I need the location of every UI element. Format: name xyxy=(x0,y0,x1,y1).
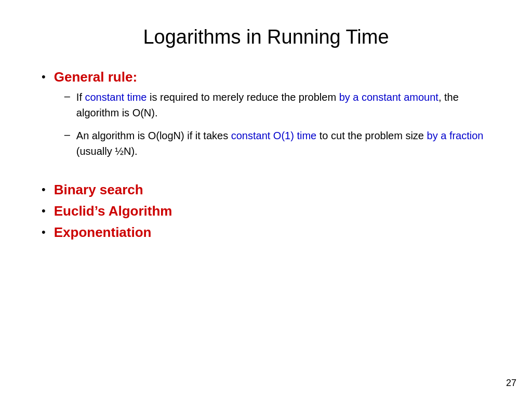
constant-o1-time-text: constant O(1) time xyxy=(231,130,317,141)
bullet-general-rule-content: General rule: – If constant time is requ… xyxy=(54,69,490,166)
slide: Logarithms in Running Time • General rul… xyxy=(0,0,532,399)
main-bullets-section: • Binary search • Euclid’s Algorithm • E… xyxy=(42,182,490,241)
sub-bullet-2: – An algorithm is O(logN) if it takes co… xyxy=(64,128,490,159)
constant-time-text: constant time xyxy=(85,91,147,103)
slide-content: • General rule: – If constant time is re… xyxy=(42,69,490,241)
euclids-algorithm-label: Euclid’s Algorithm xyxy=(54,203,172,219)
exponentiation-label: Exponentiation xyxy=(54,224,152,241)
sub-bullets: – If constant time is required to merely… xyxy=(64,89,490,159)
slide-title: Logarithms in Running Time xyxy=(42,26,490,48)
bullet-dot-1: • xyxy=(42,70,46,84)
bullet-euclids-algorithm: • Euclid’s Algorithm xyxy=(42,203,490,219)
general-rule-label: General rule: xyxy=(54,69,137,85)
bullet-binary-search: • Binary search xyxy=(42,182,490,198)
by-fraction-text: by a fraction xyxy=(427,130,484,141)
page-number: 27 xyxy=(506,378,516,389)
sub-bullet-1-text: If constant time is required to merely r… xyxy=(76,89,490,121)
binary-search-label: Binary search xyxy=(54,182,143,198)
sub-bullet-dash-2: – xyxy=(64,129,70,141)
bullet-general-rule: • General rule: – If constant time is re… xyxy=(42,69,490,166)
by-constant-amount-text: by a constant amount xyxy=(339,91,438,103)
sub-bullet-2-text: An algorithm is O(logN) if it takes cons… xyxy=(76,128,490,159)
bullet-dot-4: • xyxy=(42,225,46,239)
sub-bullet-dash-1: – xyxy=(64,90,70,102)
bullet-exponentiation: • Exponentiation xyxy=(42,224,490,241)
sub-bullet-1: – If constant time is required to merely… xyxy=(64,89,490,121)
bullet-dot-2: • xyxy=(42,183,46,196)
bullet-dot-3: • xyxy=(42,204,46,218)
